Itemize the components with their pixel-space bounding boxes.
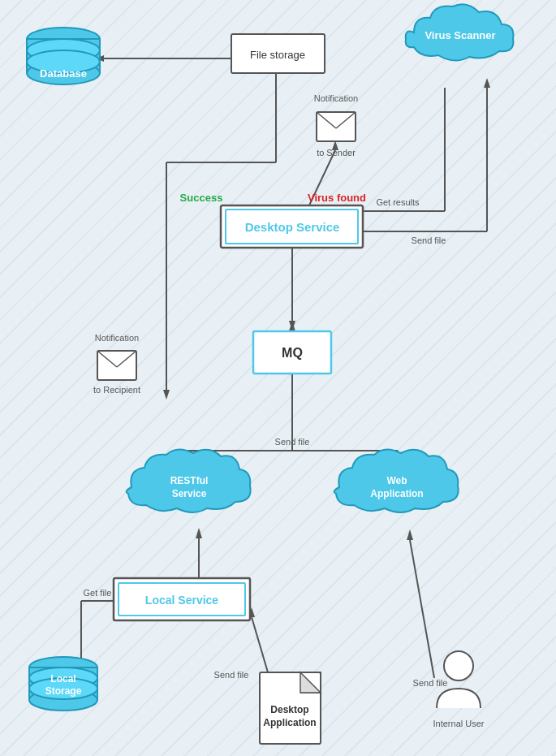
web-application-node: Web Application — [334, 449, 459, 512]
get-file-label: Get file — [84, 588, 112, 598]
file-storage-label: File storage — [250, 49, 305, 61]
local-service-label: Local Service — [145, 594, 218, 607]
svg-text:Service: Service — [172, 488, 207, 499]
svg-point-76 — [444, 651, 473, 680]
svg-text:Virus Scanner: Virus Scanner — [425, 29, 495, 41]
svg-text:Web: Web — [386, 475, 407, 486]
restful-service-node: RESTful Service — [127, 449, 251, 512]
svg-text:Send file: Send file — [214, 670, 249, 680]
svg-text:Desktop: Desktop — [270, 704, 308, 715]
database-label: Database — [40, 67, 87, 80]
svg-text:Notification: Notification — [95, 333, 139, 343]
svg-text:Application: Application — [263, 717, 316, 728]
svg-line-32 — [410, 540, 434, 678]
svg-text:Send file: Send file — [412, 235, 446, 245]
send-file-mid-label: Send file — [275, 437, 310, 447]
mq-label: MQ — [282, 346, 303, 360]
svg-text:RESTful: RESTful — [170, 475, 209, 486]
architecture-diagram: Database File storage Virus Scanner Noti… — [0, 0, 556, 756]
desktop-service-label: Desktop Service — [245, 220, 340, 234]
svg-text:to Recipient: to Recipient — [93, 385, 140, 395]
svg-text:Notification: Notification — [314, 93, 358, 103]
svg-text:Application: Application — [370, 488, 423, 499]
svg-text:Get results: Get results — [376, 197, 420, 207]
virus-found-label: Virus found — [308, 192, 366, 204]
svg-marker-13 — [484, 78, 490, 88]
svg-text:Send file: Send file — [413, 678, 448, 688]
success-label: Success — [180, 192, 223, 204]
svg-text:Internal User: Internal User — [433, 719, 485, 728]
svg-marker-7 — [163, 390, 170, 400]
svg-text:to Sender: to Sender — [317, 148, 356, 158]
virus-scanner-node: Virus Scanner — [406, 4, 514, 60]
svg-text:Local: Local — [50, 673, 75, 685]
svg-text:Storage: Storage — [45, 685, 82, 697]
svg-marker-26 — [196, 528, 202, 538]
svg-marker-33 — [407, 529, 413, 540]
